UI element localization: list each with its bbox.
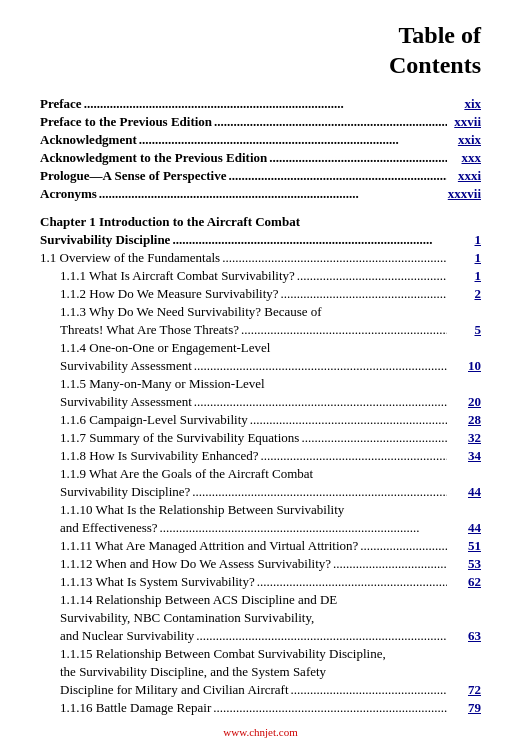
toc-dots: ........................................…: [333, 556, 447, 572]
toc-entry: 1.1.10 What Is the Relationship Between …: [40, 502, 481, 518]
toc-page[interactable]: 28: [449, 412, 481, 428]
toc-entry: the Survivability Discipline, and the Sy…: [40, 664, 481, 680]
toc-entry: Survivability Assessment................…: [40, 394, 481, 410]
toc-page[interactable]: xxxi: [449, 168, 481, 184]
toc-label: 1.1.16 Battle Damage Repair: [60, 700, 211, 716]
toc-dots: ........................................…: [99, 186, 446, 202]
toc-dots: ........................................…: [196, 628, 447, 644]
toc-page[interactable]: xxx: [449, 150, 481, 166]
toc-entry: 1.1.16 Battle Damage Repair.............…: [40, 700, 481, 716]
toc-entry: 1.1 Overview of the Fundamentals........…: [40, 250, 481, 266]
toc-page[interactable]: xix: [449, 96, 481, 112]
toc-label: Acknowledgment: [40, 132, 137, 148]
toc-label: Survivability Discipline: [40, 232, 170, 248]
toc-entry: Survivability Discipline................…: [40, 232, 481, 248]
toc-page[interactable]: 5: [449, 322, 481, 338]
toc-page[interactable]: 1: [449, 250, 481, 266]
toc-label: 1.1.9 What Are the Goals of the Aircraft…: [60, 466, 313, 482]
toc-label: Preface to the Previous Edition: [40, 114, 212, 130]
toc-dots: ........................................…: [160, 520, 447, 536]
toc-entry: Prologue—A Sense of Perspective.........…: [40, 168, 481, 184]
toc-page[interactable]: 44: [449, 520, 481, 536]
toc-label: and Nuclear Survivability: [60, 628, 194, 644]
toc-page[interactable]: xxvii: [449, 114, 481, 130]
toc-entry: 1.1.4 One-on-One or Engagement-Level: [40, 340, 481, 356]
toc-page[interactable]: 79: [449, 700, 481, 716]
toc-dots: ........................................…: [214, 114, 447, 130]
toc-dots: ........................................…: [291, 682, 447, 698]
toc-dots: ........................................…: [194, 394, 447, 410]
toc-label: 1.1.1 What Is Aircraft Combat Survivabil…: [60, 268, 295, 284]
toc-label: Threats! What Are Those Threats?: [60, 322, 239, 338]
toc-page[interactable]: 72: [449, 682, 481, 698]
toc-label: 1.1.2 How Do We Measure Survivability?: [60, 286, 279, 302]
toc-entry: 1.1.5 Many-on-Many or Mission-Level: [40, 376, 481, 392]
toc-label: 1.1.7 Summary of the Survivability Equat…: [60, 430, 299, 446]
toc-label: 1.1.6 Campaign-Level Survivability: [60, 412, 248, 428]
toc-entry: Preface to the Previous Edition.........…: [40, 114, 481, 130]
toc-label: Preface: [40, 96, 82, 112]
toc-entry: Acknowledgment..........................…: [40, 132, 481, 148]
toc-entry: 1.1.3 Why Do We Need Survivability? Beca…: [40, 304, 481, 320]
toc-dots: ........................................…: [301, 430, 447, 446]
toc-page[interactable]: 20: [449, 394, 481, 410]
toc-dots: ........................................…: [297, 268, 447, 284]
toc-entry: Survivability Assessment................…: [40, 358, 481, 374]
toc-entry: 1.1.9 What Are the Goals of the Aircraft…: [40, 466, 481, 482]
toc-page[interactable]: 53: [449, 556, 481, 572]
toc-dots: ........................................…: [250, 412, 447, 428]
toc-entry: Chapter 1 Introduction to the Aircraft C…: [40, 214, 481, 230]
toc-entry: Threats! What Are Those Threats?........…: [40, 322, 481, 338]
toc-dots: ........................................…: [194, 358, 447, 374]
toc-dots: ........................................…: [213, 700, 447, 716]
toc-label: 1.1.3 Why Do We Need Survivability? Beca…: [60, 304, 322, 320]
toc-entry: Survivability, NBC Contamination Surviva…: [40, 610, 481, 626]
toc-dots: ........................................…: [172, 232, 447, 248]
toc-page[interactable]: 2: [449, 286, 481, 302]
toc-page[interactable]: 63: [449, 628, 481, 644]
toc-dots: ........................................…: [192, 484, 447, 500]
toc-page[interactable]: 34: [449, 448, 481, 464]
toc-entry: Discipline for Military and Civilian Air…: [40, 682, 481, 698]
toc-entry: Acknowledgment to the Previous Edition..…: [40, 150, 481, 166]
toc-dots: ........................................…: [84, 96, 447, 112]
toc-page[interactable]: 10: [449, 358, 481, 374]
toc-entry: 1.1.1 What Is Aircraft Combat Survivabil…: [40, 268, 481, 284]
toc-entry: 1.1.15 Relationship Between Combat Survi…: [40, 646, 481, 662]
toc-entry: Survivability Discipline?...............…: [40, 484, 481, 500]
toc-label: Survivability Assessment: [60, 358, 192, 374]
toc-page[interactable]: xxix: [449, 132, 481, 148]
toc-label: 1.1.14 Relationship Between ACS Discipli…: [60, 592, 337, 608]
toc-entry: 1.1.6 Campaign-Level Survivability......…: [40, 412, 481, 428]
toc-dots: ........................................…: [269, 150, 447, 166]
toc-label: 1.1.15 Relationship Between Combat Survi…: [60, 646, 386, 662]
toc-page[interactable]: 44: [449, 484, 481, 500]
toc-dots: ........................................…: [222, 250, 447, 266]
toc-label: Acknowledgment to the Previous Edition: [40, 150, 267, 166]
toc-page[interactable]: 62: [449, 574, 481, 590]
toc-page[interactable]: 1: [449, 232, 481, 248]
toc-entry: 1.1.14 Relationship Between ACS Discipli…: [40, 592, 481, 608]
toc-entry: and Nuclear Survivability...............…: [40, 628, 481, 644]
toc-label: 1.1.13 What Is System Survivability?: [60, 574, 255, 590]
toc-label: Chapter 1 Introduction to the Aircraft C…: [40, 214, 300, 230]
toc-label: 1.1.11 What Are Managed Attrition and Vi…: [60, 538, 358, 554]
toc-page[interactable]: 32: [449, 430, 481, 446]
toc-dots: ........................................…: [261, 448, 447, 464]
toc-label: Survivability Assessment: [60, 394, 192, 410]
toc-label: Prologue—A Sense of Perspective: [40, 168, 226, 184]
toc-entry: 1.1.2 How Do We Measure Survivability?..…: [40, 286, 481, 302]
toc-entry: and Effectiveness?......................…: [40, 520, 481, 536]
toc-label: 1.1.10 What Is the Relationship Between …: [60, 502, 344, 518]
toc-dots: ........................................…: [360, 538, 447, 554]
toc-label: the Survivability Discipline, and the Sy…: [60, 664, 326, 680]
toc-entry: 1.1.13 What Is System Survivability?....…: [40, 574, 481, 590]
toc-dots: ........................................…: [228, 168, 447, 184]
toc-entry: Acronyms................................…: [40, 186, 481, 202]
toc-entry: 1.1.11 What Are Managed Attrition and Vi…: [40, 538, 481, 554]
toc-page[interactable]: 51: [449, 538, 481, 554]
toc-label: Discipline for Military and Civilian Air…: [60, 682, 289, 698]
toc-page[interactable]: 1: [449, 268, 481, 284]
toc-page[interactable]: xxxvii: [448, 186, 481, 202]
toc-entry: 1.1.8 How Is Survivability Enhanced?....…: [40, 448, 481, 464]
